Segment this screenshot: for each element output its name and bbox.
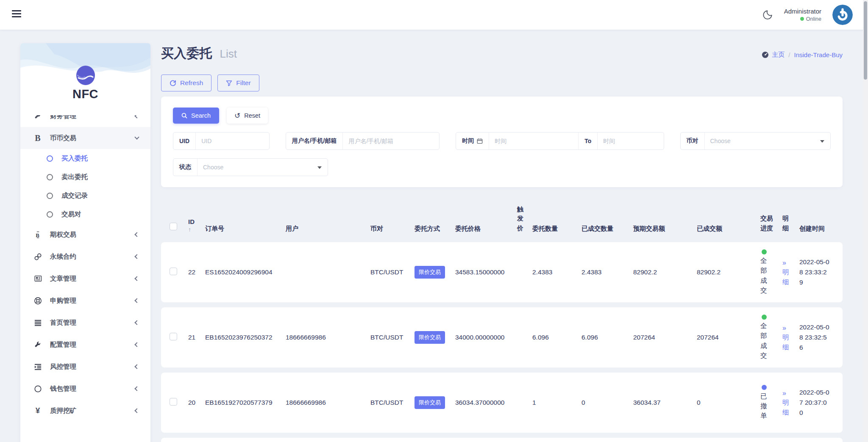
sidebar-subitem-label: 买入委托 (61, 154, 88, 163)
sidebar-subitem-label: 卖出委托 (61, 173, 88, 182)
select-all-checkbox[interactable] (170, 223, 177, 230)
refresh-icon (170, 80, 176, 86)
order-type-badge: 限价交易 (415, 331, 445, 344)
cell-pair: BTC/USDT (370, 399, 415, 406)
uid-input[interactable] (196, 133, 269, 149)
indent-icon (33, 362, 42, 371)
cell-amount: 6.096 (532, 334, 581, 341)
cell-pair: BTC/USDT (370, 334, 415, 341)
search-button[interactable]: Search (173, 108, 219, 124)
col-header-user: 用户 (286, 225, 370, 233)
refresh-button[interactable]: Refresh (161, 75, 211, 91)
sidebar-item-wallet-management[interactable]: 钱包管理 (20, 378, 150, 400)
sidebar-item-label: 期权交易 (50, 230, 76, 239)
chevron-left-icon (134, 232, 139, 237)
sidebar-item-label: 文章管理 (50, 274, 76, 283)
cell-price: 36034.37000000 (455, 399, 517, 406)
gauge-icon (762, 51, 769, 58)
scrollbar-thumb[interactable] (864, 1, 867, 80)
row-checkbox[interactable] (170, 398, 177, 406)
cell-progress: 全部成交 (760, 249, 782, 295)
circle-bullet-icon (47, 174, 53, 180)
detail-link[interactable]: » 明细 (782, 388, 799, 417)
user-input[interactable] (343, 133, 439, 149)
user-filter-group: 用户名/手机/邮箱 (286, 132, 440, 150)
breadcrumb: 主页 / Inside-Trade-Buy (762, 51, 843, 59)
sidebar-item-perpetual-contracts[interactable]: 永续合约 (20, 246, 150, 268)
calendar-icon (477, 138, 483, 144)
brand-name: NFC (20, 87, 150, 101)
col-header-filled-total: 已成交额 (697, 225, 760, 233)
filter-button[interactable]: Filter (217, 75, 259, 91)
reset-button[interactable]: ↺ Reset (227, 108, 268, 124)
cell-filled-total: 0 (697, 399, 760, 406)
sidebar-item-options-trade[interactable]: B 期权交易 (20, 224, 150, 246)
sidebar-item-risk-management[interactable]: 风控管理 (20, 356, 150, 378)
row-checkbox[interactable] (170, 333, 177, 340)
online-status-dot-icon (800, 17, 804, 21)
sidebar-menu: 财务管理 B 币币交易 买入委托 卖出委托 成交记录 (20, 105, 150, 422)
cell-order-no: EB1651927020577379 (205, 399, 286, 406)
col-header-price: 委托价格 (455, 225, 517, 233)
sidebar-item-subscription-management[interactable]: 申购管理 (20, 290, 150, 312)
sidebar-item-config-management[interactable]: 配置管理 (20, 334, 150, 356)
sidebar-item-spot-trade[interactable]: B 币币交易 (20, 127, 150, 149)
cell-amount: 2.4383 (532, 268, 581, 276)
cell-price: 34583.15000000 (455, 268, 517, 276)
status-filter-group: 状态 (173, 158, 328, 176)
chevron-left-icon (134, 364, 139, 369)
toolbar: Refresh Filter (161, 75, 843, 91)
double-angle-icon: » (782, 258, 799, 268)
yen-icon: ¥ (33, 406, 42, 415)
sidebar-subitem-buy-orders[interactable]: 买入委托 (20, 149, 150, 168)
detail-link[interactable]: » 明细 (782, 258, 799, 287)
cell-expected-total: 207264 (633, 334, 697, 341)
chevron-left-icon (134, 320, 139, 325)
avatar[interactable] (832, 5, 853, 25)
sidebar-item-homepage-management[interactable]: 首页管理 (20, 312, 150, 334)
brand-logo (76, 65, 95, 86)
breadcrumb-home-link[interactable]: 主页 (762, 51, 785, 59)
time-from-input[interactable] (489, 133, 578, 149)
sidebar-item-staking-mining[interactable]: ¥ 质押挖矿 (20, 400, 150, 422)
breadcrumb-current[interactable]: Inside-Trade-Buy (794, 51, 843, 58)
svg-text:B: B (36, 232, 39, 238)
sidebar-item-label: 钱包管理 (50, 384, 76, 393)
detail-link[interactable]: » 明细 (782, 323, 799, 352)
table-row: 22 ES1652024009296904 BTC/USDT 限价交易 3458… (161, 242, 843, 302)
col-header-id[interactable]: ID ↑ (188, 218, 205, 233)
dark-mode-moon-icon[interactable] (762, 9, 773, 20)
circle-icon (33, 384, 42, 393)
sidebar-item-label: 永续合约 (50, 252, 76, 261)
progress-dot-icon (762, 315, 767, 320)
sidebar-subitem-label: 交易对 (61, 210, 81, 219)
circle-bullet-icon (47, 155, 53, 162)
col-header-filled-amount: 已成交数量 (581, 225, 633, 233)
sidebar-item-label: 风控管理 (50, 362, 76, 371)
sidebar-toggle-icon[interactable] (12, 10, 21, 19)
sort-asc-icon[interactable]: ↑ (188, 226, 205, 233)
status-select[interactable] (198, 159, 328, 176)
main-content: 买入委托 List 主页 / Inside-Trade-Buy (161, 30, 843, 442)
user-menu[interactable]: Administrator Online (784, 7, 821, 22)
scrollbar-track[interactable] (863, 0, 868, 442)
sidebar-item-article-management[interactable]: 文章管理 (20, 268, 150, 290)
sidebar-subitem-sell-orders[interactable]: 卖出委托 (20, 168, 150, 186)
pair-select[interactable] (705, 133, 831, 149)
sidebar-subitem-trade-records[interactable]: 成交记录 (20, 186, 150, 205)
time-to-input[interactable] (598, 133, 663, 149)
align-justify-icon (33, 318, 42, 327)
sidebar-item-label: 申购管理 (50, 296, 76, 305)
double-angle-icon: » (782, 388, 799, 398)
sidebar-subitem-trade-pairs[interactable]: 交易对 (20, 205, 150, 224)
cell-created-at: 2022-05-08 23:33:29 (799, 257, 830, 287)
cell-price: 34000.00000000 (455, 334, 517, 341)
sidebar-item-label: 配置管理 (50, 340, 76, 349)
cell-created-at: 2022-05-08 23:32:56 (799, 322, 830, 353)
cell-pair: BTC/USDT (370, 268, 415, 276)
cell-id: 21 (188, 334, 205, 341)
table-header: ID ↑ 订单号 用户 币对 委托方式 委托价格 触发价 委托数量 已成交数量 … (161, 201, 843, 237)
breadcrumb-separator: / (788, 51, 790, 58)
row-checkbox[interactable] (170, 268, 177, 275)
pair-label: 币对 (681, 133, 705, 149)
